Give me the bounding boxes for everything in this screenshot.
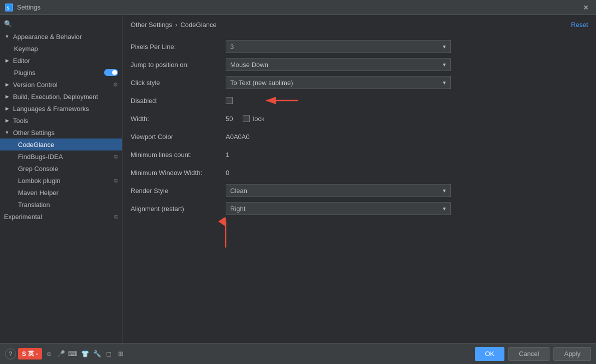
taskbar-tool-icon[interactable]: 🔧 bbox=[92, 349, 102, 359]
sidebar-item-appearance[interactable]: Appearance & Behavior bbox=[0, 30, 122, 42]
control-disabled bbox=[226, 97, 588, 104]
sidebar-item-codeglance[interactable]: CodeGlance bbox=[0, 138, 122, 150]
setting-jump-position: Jump to position on: Mouse DownMouse UpD… bbox=[131, 56, 588, 74]
setting-min-window-width: Minimum Window Width: 0 bbox=[131, 164, 588, 182]
content-area: Other Settings › CodeGlance Reset Pixels… bbox=[123, 15, 596, 343]
setting-width: Width: 50 lock bbox=[131, 110, 588, 128]
taskbar-keyboard-icon[interactable]: ⌨ bbox=[68, 349, 78, 359]
taskbar-grid-icon[interactable]: ⊞ bbox=[116, 349, 126, 359]
control-render: CleanAccurateDraft ▼ bbox=[226, 184, 588, 197]
label-pixels: Pixels Per Line: bbox=[131, 43, 221, 50]
close-button[interactable]: ✕ bbox=[581, 2, 591, 12]
sidebar-item-languages[interactable]: Languages & Frameworks bbox=[0, 102, 122, 114]
lock-checkbox[interactable] bbox=[243, 115, 250, 122]
copy-icon-exp: ⧉ bbox=[114, 214, 118, 220]
click-select[interactable]: To Text (new sublime)To SourceJump bbox=[226, 76, 451, 89]
sidebar-label-editor: Editor bbox=[13, 57, 30, 64]
main-layout: 🔍 Appearance & Behavior Keymap Editor Pl… bbox=[0, 15, 596, 343]
sidebar-label-lombok: Lombok plugin bbox=[18, 177, 61, 184]
setting-viewport-color: Viewport Color A0A0A0 bbox=[131, 128, 588, 146]
sidebar-item-maven[interactable]: Maven Helper bbox=[0, 186, 122, 198]
sidebar-label-grep: Grep Console bbox=[18, 165, 58, 172]
arrow-right-icon-build bbox=[4, 94, 10, 100]
sidebar-label-tools: Tools bbox=[13, 117, 28, 124]
min-window-value: 0 bbox=[226, 169, 229, 176]
sidebar-label-experimental: Experimental bbox=[4, 213, 42, 220]
sidebar-item-tools[interactable]: Tools bbox=[0, 114, 122, 126]
click-dropdown-wrapper: To Text (new sublime)To SourceJump ▼ bbox=[226, 76, 451, 89]
ok-button[interactable]: OK bbox=[475, 347, 504, 361]
taskbar-app-suffix: 英 bbox=[28, 350, 34, 358]
taskbar-app-icon[interactable]: S 英 ● bbox=[18, 348, 42, 360]
copy-icon-findbugs: ⧉ bbox=[114, 154, 118, 160]
sidebar-item-build[interactable]: Build, Execution, Deployment bbox=[0, 90, 122, 102]
sidebar-item-editor[interactable]: Editor bbox=[0, 54, 122, 66]
svg-text:S: S bbox=[7, 6, 10, 10]
sidebar-label-other: Other Settings bbox=[13, 129, 55, 136]
taskbar-emoji-icon[interactable]: ☺ bbox=[44, 349, 54, 359]
arrow-down-icon bbox=[4, 34, 10, 40]
sidebar-label-vc: Version Control bbox=[13, 81, 58, 88]
settings-icon-vc: ⚙ bbox=[113, 82, 118, 88]
render-dropdown-wrapper: CleanAccurateDraft ▼ bbox=[226, 184, 451, 197]
sidebar-item-keymap[interactable]: Keymap bbox=[0, 42, 122, 54]
setting-disabled: Disabled: bbox=[131, 92, 588, 110]
label-render: Render Style bbox=[131, 187, 221, 194]
app-icon: S bbox=[5, 4, 13, 12]
red-arrow-2 bbox=[211, 218, 241, 250]
label-min-window: Minimum Window Width: bbox=[131, 169, 221, 176]
control-min-lines: 1 bbox=[226, 151, 588, 158]
taskbar-shirt-icon[interactable]: 👕 bbox=[80, 349, 90, 359]
settings-form: Pixels Per Line: 31245 ▼ Jump to positio… bbox=[123, 34, 596, 343]
control-viewport: A0A0A0 bbox=[226, 133, 588, 140]
sidebar-label-appearance: Appearance & Behavior bbox=[13, 33, 82, 40]
sidebar-item-plugins[interactable]: Plugins bbox=[0, 66, 122, 78]
cancel-button[interactable]: Cancel bbox=[508, 347, 549, 361]
sidebar-label-languages: Languages & Frameworks bbox=[13, 105, 89, 112]
label-width: Width: bbox=[131, 115, 221, 122]
sidebar-item-grep[interactable]: Grep Console bbox=[0, 162, 122, 174]
pixels-dropdown-wrapper: 31245 ▼ bbox=[226, 40, 451, 53]
plugins-toggle[interactable] bbox=[104, 69, 118, 76]
taskbar-mic-icon[interactable]: 🎤 bbox=[56, 349, 66, 359]
taskbar-box-icon[interactable]: ◻ bbox=[104, 349, 114, 359]
title-bar-left: S Settings bbox=[5, 4, 41, 12]
render-select[interactable]: CleanAccurateDraft bbox=[226, 184, 451, 197]
pixels-select[interactable]: 31245 bbox=[226, 40, 451, 53]
copy-icon-lombok: ⧉ bbox=[114, 178, 118, 184]
control-jump: Mouse DownMouse UpDrag ▼ bbox=[226, 58, 588, 71]
lock-label: lock bbox=[253, 115, 264, 122]
width-value: 50 bbox=[226, 115, 233, 122]
alignment-select[interactable]: RightLeft bbox=[226, 202, 451, 215]
reset-button[interactable]: Reset bbox=[571, 21, 588, 28]
control-width: 50 lock bbox=[226, 115, 588, 122]
sidebar-label-build: Build, Execution, Deployment bbox=[13, 93, 98, 100]
arrow-right-icon-lang bbox=[4, 106, 10, 112]
setting-alignment: Alignment (restart) RightLeft ▼ bbox=[131, 200, 588, 218]
sidebar: 🔍 Appearance & Behavior Keymap Editor Pl… bbox=[0, 15, 123, 343]
arrow-down-icon-other bbox=[4, 130, 10, 136]
help-button[interactable]: ? bbox=[5, 348, 16, 360]
sidebar-label-plugins: Plugins bbox=[14, 69, 36, 76]
jump-dropdown-wrapper: Mouse DownMouse UpDrag ▼ bbox=[226, 58, 451, 71]
sidebar-item-translation[interactable]: Translation bbox=[0, 198, 122, 210]
arrow-right-icon bbox=[4, 58, 10, 64]
sidebar-label-translation: Translation bbox=[18, 201, 50, 208]
control-min-window: 0 bbox=[226, 169, 588, 176]
sidebar-item-experimental[interactable]: Experimental ⧉ bbox=[0, 210, 122, 222]
dialog-buttons: OK Cancel Apply bbox=[475, 347, 591, 361]
apply-button[interactable]: Apply bbox=[553, 347, 591, 361]
sidebar-item-findbugs[interactable]: FindBugs-IDEA ⧉ bbox=[0, 150, 122, 162]
taskbar-dot: ● bbox=[36, 352, 38, 356]
sidebar-item-other-settings[interactable]: Other Settings bbox=[0, 126, 122, 138]
label-alignment: Alignment (restart) bbox=[131, 205, 221, 212]
arrow-right-icon-tools bbox=[4, 118, 10, 124]
search-icon: 🔍 bbox=[4, 20, 12, 28]
jump-select[interactable]: Mouse DownMouse UpDrag bbox=[226, 58, 451, 71]
sidebar-item-lombok[interactable]: Lombok plugin ⧉ bbox=[0, 174, 122, 186]
disabled-checkbox[interactable] bbox=[226, 97, 233, 104]
label-viewport: Viewport Color bbox=[131, 133, 221, 140]
sidebar-item-version-control[interactable]: Version Control ⚙ bbox=[0, 78, 122, 90]
taskbar-app-label: S bbox=[22, 350, 26, 358]
sidebar-label-codeglance: CodeGlance bbox=[18, 141, 54, 148]
